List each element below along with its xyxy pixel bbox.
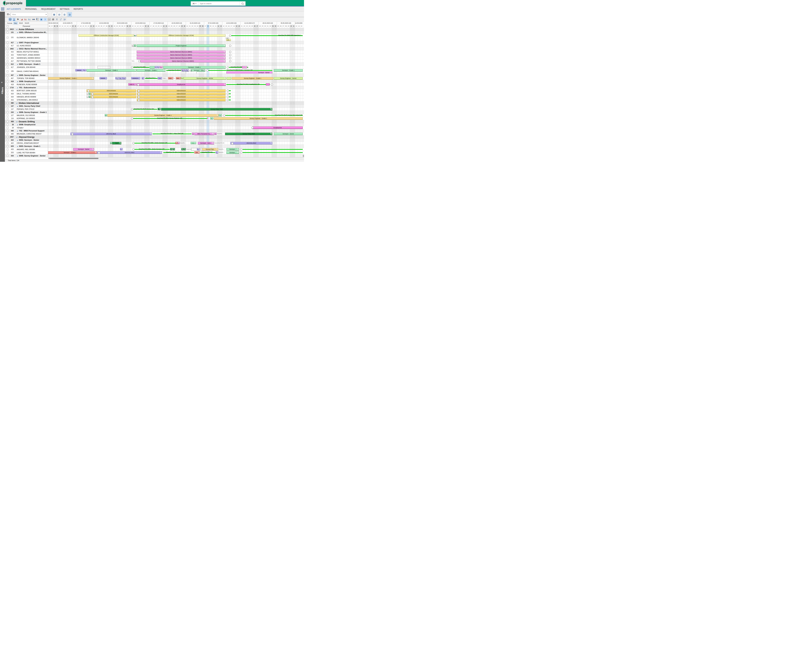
- requirement-line[interactable]: NoneText PO-0098 Shift Supervisor 1...: [230, 35, 303, 36]
- gantt-chip[interactable]: S.: [210, 117, 213, 119]
- gantt-text-chip[interactable]: Non...: [163, 77, 167, 79]
- assignment-bar[interactable]: Surveyor - Grade 1: [274, 69, 303, 72]
- search-scope-dropdown[interactable]: All ▼: [191, 2, 198, 6]
- gantt-chip[interactable]: Y.: [214, 133, 217, 135]
- filters-panel-collapsed[interactable]: > Filters: [0, 12, 5, 162]
- gantt-chip[interactable]: U.↻: [84, 69, 86, 71]
- red-triangle-button[interactable]: ◢: [20, 18, 24, 21]
- assignment-bar[interactable]: Survey Engineer - Grade 1: [214, 117, 303, 120]
- expand-triangle-icon[interactable]: ◢: [17, 124, 18, 125]
- comment-bubble-icon[interactable]: [132, 142, 134, 144]
- gantt-chip[interactable]: S.: [191, 69, 192, 71]
- expand-triangle-icon[interactable]: ◢: [16, 121, 17, 122]
- format-option-month[interactable]: Month: [24, 22, 29, 24]
- nav-tab-settings[interactable]: SETTINGS: [60, 8, 69, 10]
- comment-bubble-icon[interactable]: [231, 142, 234, 144]
- gantt-chip[interactable]: N.: [134, 34, 136, 37]
- gantt-chip[interactable]: S.: [89, 96, 90, 98]
- expand-triangle-icon[interactable]: ◢: [17, 32, 18, 33]
- assignment-bar[interactable]: Surveyor - Senior: [226, 72, 272, 74]
- gantt-chip[interactable]: S.: [105, 114, 107, 116]
- assignment-bar[interactable]: Surveyor - Seni...↻: [198, 142, 214, 144]
- assignment-bar[interactable]: Surveyor - Grade 2↻: [48, 151, 97, 154]
- legend-list-button[interactable]: [36, 18, 39, 21]
- assignment-bar[interactable]: Project Engineer↻: [137, 44, 226, 47]
- gantt-chip[interactable]: S.↻: [157, 66, 160, 68]
- gantt-chip[interactable]: UNAVAILA...↻: [131, 77, 140, 79]
- assignment-bar[interactable]: Surveyor - Senior↻: [73, 148, 94, 151]
- expand-triangle-icon[interactable]: ◢: [17, 139, 18, 141]
- search-button[interactable]: [240, 2, 246, 6]
- cancel-x-icon[interactable]: ×: [207, 117, 208, 119]
- gantt-chip[interactable]: S.↻: [158, 108, 160, 110]
- expand-triangle-icon[interactable]: ◢: [16, 29, 17, 30]
- expand-triangle-icon[interactable]: ◢: [17, 42, 18, 43]
- comment-bubble-icon[interactable]: [271, 84, 273, 85]
- comment-bubble-icon[interactable]: [98, 152, 100, 154]
- assignment-bar[interactable]: [150, 66, 155, 69]
- assignment-bar[interactable]: Surveyo...↻: [226, 151, 239, 154]
- requirement-line[interactable]: NoneText PO-0...: [145, 78, 157, 79]
- gantt-chip[interactable]: Y.: [87, 93, 89, 95]
- comment-bubble-icon[interactable]: [229, 35, 231, 37]
- comment-bubble-icon[interactable]: [131, 108, 133, 110]
- assignment-bar[interactable]: Surveyor - Grade 1↻: [87, 69, 136, 72]
- requirement-line[interactable]: NoneText PO-0012 Survey Engineer 100: [132, 118, 207, 119]
- side-panel-handle[interactable]: [303, 155, 304, 157]
- gantt-chip[interactable]: ↻: [242, 66, 247, 68]
- gantt-chip[interactable]: G00...↻: [226, 39, 231, 41]
- select-all-checkbox[interactable]: [7, 25, 8, 27]
- assignment-bar[interactable]: Survey Engineer - Grade 1: [232, 77, 273, 79]
- comment-bubble-icon[interactable]: [227, 99, 229, 101]
- assignment-bar[interactable]: Survey Party Chief↻: [161, 108, 272, 110]
- scrollbar-thumb[interactable]: [50, 158, 98, 159]
- assignment-bar[interactable]: Surveyor - Senior: [274, 133, 303, 135]
- gantt-chip[interactable]: S.↻: [219, 114, 222, 116]
- gantt-chip[interactable]: S.: [110, 142, 112, 144]
- sum-button[interactable]: Σ: [55, 18, 59, 21]
- assignment-bar[interactable]: Surveyo...↻: [226, 148, 239, 151]
- assignment-bar[interactable]: MMA Personnel Su...↻: [194, 133, 214, 135]
- requirement-line[interactable]: NoneText PO-0008 - Senior Surveyor 100: [133, 149, 169, 150]
- gantt-text-chip[interactable]: NoneTe...: [217, 133, 224, 135]
- gantt-chip[interactable]: S.↻: [170, 148, 172, 150]
- rows-view-button[interactable]: ≡: [44, 18, 47, 21]
- gantt-chip[interactable]: S...↻: [191, 142, 196, 144]
- assignment-bar[interactable]: Subcontractor: [87, 90, 136, 92]
- requirement-line[interactable]: NoneText PO-00170 Survey Ops ...: [132, 109, 157, 110]
- requirement-line[interactable]: NoneText PO-0011 Grade 2 Surveyor 1...: [163, 152, 194, 153]
- gantt-text-chip[interactable]: NoneTe...: [180, 142, 186, 144]
- gantt-chip[interactable]: T.↻: [155, 66, 157, 68]
- requirement-line[interactable]: NoneText PO-00170 Survey Ops Casual 100: [224, 115, 303, 116]
- requirement-line[interactable]: NoneText PO-0013 Grade 1 ...: [166, 70, 181, 71]
- comment-bubble-icon[interactable]: [131, 117, 133, 119]
- requirement-line[interactable]: NoneText PO-0013 Grade 1 Surveyor 100: [207, 70, 272, 71]
- comment-bubble-icon[interactable]: [229, 54, 231, 56]
- gantt-text-chip[interactable]: NoneTe...: [219, 151, 225, 154]
- assignment-bar[interactable]: Subcontractor: [137, 99, 226, 101]
- assignment-bar[interactable]: Survey Engineer - Grade 1↻: [107, 114, 218, 117]
- rename-ab-button[interactable]: AB: [51, 18, 55, 21]
- assignment-bar[interactable]: Offshore Construction Manager (OCM)↻: [137, 34, 226, 37]
- gantt-chip[interactable]: U.↻: [120, 148, 123, 150]
- gantt-view-button[interactable]: ▧: [67, 12, 72, 17]
- gantt-chip[interactable]: S.↻: [184, 148, 186, 150]
- ruler-blue-button[interactable]: [28, 18, 31, 21]
- assignment-bar[interactable]: Subcontractor: [91, 93, 136, 95]
- requirement-line[interactable]: NoneText PO-0010 Geophysicist 100: [226, 84, 270, 85]
- add-column-button[interactable]: ▯+: [63, 18, 66, 21]
- gantt-chip[interactable]: U.↻: [216, 151, 218, 154]
- gantt-chip[interactable]: [266, 83, 270, 85]
- expand-triangle-icon[interactable]: ◢: [17, 111, 18, 113]
- comment-bubble-icon[interactable]: [71, 133, 73, 135]
- assignment-bar[interactable]: UNAVAILABLE↻: [97, 151, 162, 154]
- comment-bubble-icon[interactable]: [87, 90, 90, 92]
- assignment-bar[interactable]: Surveyor - Grade 1↻: [137, 69, 165, 72]
- gantt-text-chip[interactable]: NoneTe...: [219, 148, 225, 150]
- gantt-chip[interactable]: S.↻: [173, 148, 175, 150]
- assignment-bar[interactable]: Surveyor - Grade 1↻: [163, 66, 226, 69]
- comment-bubble-icon[interactable]: [137, 84, 139, 86]
- gantt-chip[interactable]: Non...↻: [168, 77, 173, 79]
- limit-10-button[interactable]: 10: [8, 18, 12, 21]
- format-option-day[interactable]: Day: [14, 22, 18, 24]
